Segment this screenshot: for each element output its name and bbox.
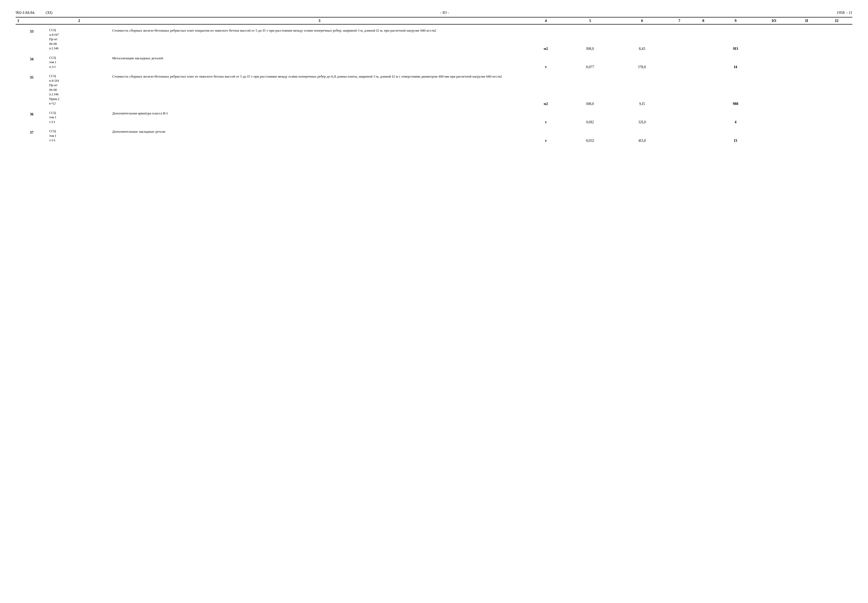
row-description: Металлизация закладных деталей bbox=[110, 54, 528, 71]
col-header-6: 6 bbox=[617, 17, 667, 24]
row-reference: ССЦтом Iп.3-I bbox=[48, 54, 110, 71]
col-header-2: 2 bbox=[48, 17, 110, 24]
row-col9: 9I3 bbox=[715, 27, 756, 52]
row-col5: 0,032 bbox=[563, 128, 617, 144]
col-header-3: 3 bbox=[110, 17, 528, 24]
doc-number: 902-I-84.84. bbox=[15, 11, 35, 15]
row-reference: ССЦтом Iт.3-I. bbox=[48, 128, 110, 144]
col-header-9: 9 bbox=[715, 17, 756, 24]
row-col9: I3 bbox=[715, 128, 756, 144]
col-header-10: IO bbox=[756, 17, 792, 24]
row-col10 bbox=[756, 27, 792, 52]
row-col6: 8,45 bbox=[617, 27, 667, 52]
row-col5: 0,077 bbox=[563, 54, 617, 71]
table-row: 33ССЦп.8-I47Пр-нт06-08п.I.346Стоимость с… bbox=[15, 27, 853, 52]
main-table: 1 2 3 4 5 6 7 8 9 IO II I2 33ССЦп.8-I47П… bbox=[15, 17, 853, 144]
page-number: - IO - bbox=[440, 11, 449, 15]
row-description: Дополнительные закладные детали bbox=[110, 128, 528, 144]
row-col11 bbox=[792, 27, 821, 52]
row-unit: м2 bbox=[528, 27, 563, 52]
table-row: 34ССЦтом Iп.3-IМеталлизация закладных де… bbox=[15, 54, 853, 71]
row-col7 bbox=[667, 27, 692, 52]
row-col6: 4I3,0 bbox=[617, 128, 667, 144]
header-row: 902-I-84.84. (XI) - IO - 1958. - 11 bbox=[15, 11, 853, 15]
col-header-7: 7 bbox=[667, 17, 692, 24]
row-unit: м2 bbox=[528, 73, 563, 107]
col-header-11: II bbox=[792, 17, 821, 24]
row-description: Стоимость сборных железо-бетонных ребрис… bbox=[110, 27, 528, 52]
col-header-5: 5 bbox=[563, 17, 617, 24]
row-col12 bbox=[821, 110, 853, 125]
row-number: 34 bbox=[15, 54, 48, 71]
col-header-8: 8 bbox=[691, 17, 715, 24]
section: (XI) bbox=[46, 11, 53, 15]
row-col7 bbox=[667, 128, 692, 144]
row-reference: ССЦп.8-I47Пр-нт06-08п.I.346 bbox=[48, 27, 110, 52]
table-row: 36ССЦтом Iт.3-IДополнительная арматура к… bbox=[15, 110, 853, 125]
row-col5: I08,0 bbox=[563, 27, 617, 52]
row-unit: т bbox=[528, 54, 563, 71]
table-row: 35ССЦп.8-2I4Пр-нт06-08п.I.346Прим.2к=I,I… bbox=[15, 73, 853, 107]
row-col11 bbox=[792, 110, 821, 125]
col-header-4: 4 bbox=[528, 17, 563, 24]
year: 1958. - 11 bbox=[837, 11, 853, 15]
row-description: Дополнительная арматура класса В-I bbox=[110, 110, 528, 125]
row-col8 bbox=[691, 73, 715, 107]
row-col11 bbox=[792, 73, 821, 107]
row-reference: ССЦп.8-2I4Пр-нт06-08п.I.346Прим.2к=I,I bbox=[48, 73, 110, 107]
row-col7 bbox=[667, 54, 692, 71]
row-col8 bbox=[691, 128, 715, 144]
row-number: 36 bbox=[15, 110, 48, 125]
row-col9: 988 bbox=[715, 73, 756, 107]
row-col10 bbox=[756, 110, 792, 125]
row-col6: I78,0 bbox=[617, 54, 667, 71]
row-col10 bbox=[756, 128, 792, 144]
row-unit: т bbox=[528, 128, 563, 144]
col-header-12: I2 bbox=[821, 17, 853, 24]
row-col12 bbox=[821, 27, 853, 52]
row-reference: ССЦтом Iт.3-I bbox=[48, 110, 110, 125]
row-col12 bbox=[821, 54, 853, 71]
row-col8 bbox=[691, 54, 715, 71]
row-col7 bbox=[667, 73, 692, 107]
row-col8 bbox=[691, 27, 715, 52]
row-description: Стоимость сборных железо-бетонных ребрис… bbox=[110, 73, 528, 107]
row-number: 35 bbox=[15, 73, 48, 107]
row-col9: I4 bbox=[715, 54, 756, 71]
row-col10 bbox=[756, 54, 792, 71]
row-col12 bbox=[821, 73, 853, 107]
row-col12 bbox=[821, 128, 853, 144]
row-col6: 9,I5 bbox=[617, 73, 667, 107]
row-col6: 32I,0 bbox=[617, 110, 667, 125]
row-col8 bbox=[691, 110, 715, 125]
row-col11 bbox=[792, 128, 821, 144]
row-col9: 4 bbox=[715, 110, 756, 125]
row-col7 bbox=[667, 110, 692, 125]
row-number: 37 bbox=[15, 128, 48, 144]
row-col11 bbox=[792, 54, 821, 71]
row-col10 bbox=[756, 73, 792, 107]
column-headers: 1 2 3 4 5 6 7 8 9 IO II I2 bbox=[15, 17, 853, 24]
table-row: 37ССЦтом Iт.3-I.Дополнительные закладные… bbox=[15, 128, 853, 144]
row-col5: I08,0 bbox=[563, 73, 617, 107]
row-number: 33 bbox=[15, 27, 48, 52]
row-col5: 0,0I2 bbox=[563, 110, 617, 125]
col-header-1: 1 bbox=[15, 17, 48, 24]
row-unit: т bbox=[528, 110, 563, 125]
